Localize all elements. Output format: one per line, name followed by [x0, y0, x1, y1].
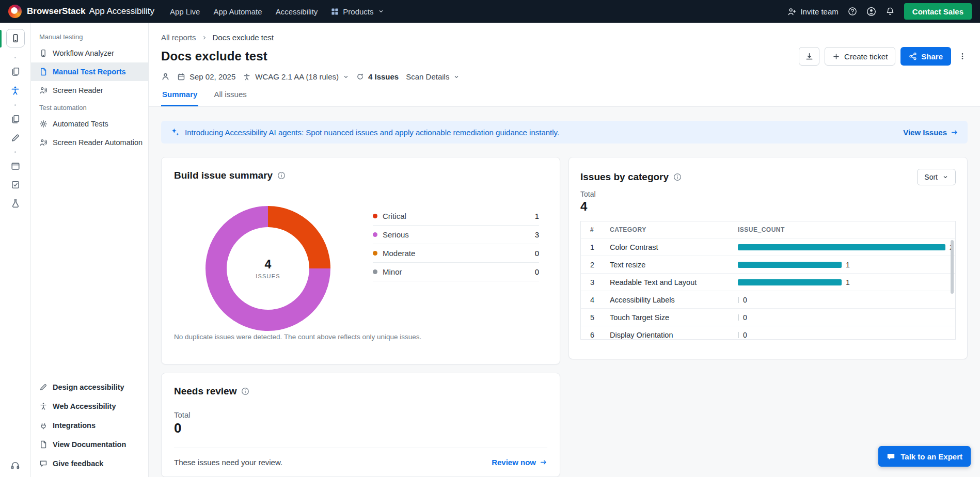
sidebar-item-integrations[interactable]: Integrations: [31, 416, 148, 435]
contact-sales-button[interactable]: Contact Sales: [904, 3, 972, 20]
sidebar-item-design-accessibility[interactable]: Design accessibility: [31, 377, 148, 396]
issue-count-bar: [738, 297, 739, 303]
flask-icon[interactable]: [11, 199, 20, 208]
info-icon[interactable]: [241, 387, 249, 395]
row-num: 5: [581, 313, 610, 322]
legend-label: Critical: [383, 212, 406, 220]
nav-app-live[interactable]: App Live: [170, 7, 200, 16]
pages-icon[interactable]: [11, 115, 20, 124]
sidebar-item-view-documentation[interactable]: View Documentation: [31, 435, 148, 454]
issue-count: 4 Issues: [356, 72, 399, 81]
category-total-value: 4: [580, 199, 956, 214]
sidebar-section-test-automation: Test automation: [31, 100, 148, 115]
sidebar-item-workflow-analyzer[interactable]: Workflow Analyzer: [31, 44, 148, 62]
scan-details-label: Scan Details: [406, 72, 449, 81]
browserstack-logo[interactable]: [8, 5, 22, 18]
review-now-link[interactable]: Review now: [492, 458, 547, 467]
card-title-row: Issues by category Sort: [580, 169, 956, 185]
mobile-device-icon[interactable]: [6, 29, 25, 47]
row-bar-cell: 2: [738, 243, 955, 251]
checklist-icon[interactable]: [11, 180, 20, 189]
brand-name: BrowserStack: [27, 6, 85, 17]
sidebar-item-label: Manual Test Reports: [53, 68, 126, 76]
report-owner: [161, 72, 170, 81]
legend-row-serious: Serious 3: [373, 226, 539, 244]
more-options-kebab-icon[interactable]: [957, 50, 968, 62]
wcag-standard-dropdown[interactable]: WCAG 2.1 AA (18 rules): [243, 72, 349, 81]
tab-summary[interactable]: Summary: [161, 90, 198, 106]
review-message: These issues need your review.: [174, 458, 282, 467]
documents-icon[interactable]: [11, 67, 20, 76]
sidebar-item-label: Web Accessibility: [53, 402, 116, 410]
sidebar-item-give-feedback[interactable]: Give feedback: [31, 454, 148, 473]
arrow-right-icon: [951, 129, 958, 136]
chevron-down-icon: [942, 174, 949, 180]
scan-details-dropdown[interactable]: Scan Details: [406, 72, 460, 81]
minor-dot: [373, 269, 377, 274]
chevron-down-icon: [453, 74, 460, 80]
sidebar-item-manual-test-reports[interactable]: Manual Test Reports: [31, 62, 148, 81]
legend-label: Minor: [383, 267, 402, 276]
category-table-header: # CATEGORY ISSUE_COUNT: [581, 221, 955, 238]
product-name: App Accessibility: [89, 6, 154, 17]
column-header-num: #: [581, 226, 610, 233]
invite-team-button[interactable]: Invite team: [787, 7, 838, 16]
issue-count-bar: [738, 314, 739, 321]
products-menu[interactable]: Products: [331, 7, 384, 16]
needs-review-title: Needs review: [174, 386, 236, 397]
sort-button[interactable]: Sort: [917, 169, 956, 185]
download-report-button[interactable]: [799, 47, 819, 66]
report-meta-row: Sep 02, 2025 WCAG 2.1 AA (18 rules) 4 Is…: [161, 72, 968, 81]
tab-all-issues[interactable]: All issues: [213, 90, 247, 106]
notifications-bell-icon[interactable]: [886, 7, 895, 16]
browser-window-icon[interactable]: [11, 162, 20, 171]
accessibility-person-icon[interactable]: [10, 86, 20, 96]
products-label: Products: [343, 7, 373, 16]
chevron-right-icon: [201, 35, 208, 41]
left-column: Build issue summary 4 ISSUES: [161, 157, 560, 477]
create-ticket-button[interactable]: Create ticket: [825, 47, 895, 66]
nav-app-automate[interactable]: App Automate: [213, 7, 262, 16]
legend-row-minor: Minor 0: [373, 263, 539, 281]
sidebar-item-screen-reader[interactable]: Screen Reader: [31, 81, 148, 100]
info-icon[interactable]: [277, 171, 286, 180]
donut-total-value: 4: [265, 258, 272, 272]
support-headphones-icon[interactable]: [10, 460, 20, 470]
sidebar-item-screen-reader-automation[interactable]: Screen Reader Automation: [31, 133, 148, 152]
design-pen-icon[interactable]: [11, 133, 20, 142]
profile-icon[interactable]: [866, 7, 876, 17]
share-button[interactable]: Share: [900, 47, 951, 66]
banner-message: Introducing Accessibility AI agents: Spo…: [185, 128, 559, 137]
issue-count-bar: [738, 279, 842, 285]
breadcrumb-all-reports[interactable]: All reports: [161, 33, 196, 42]
rail-separator-dot: [14, 104, 16, 106]
row-count: 0: [743, 331, 747, 339]
top-navbar: BrowserStack App Accessibility App Live …: [0, 0, 980, 23]
row-category: Touch Target Size: [610, 313, 738, 322]
sidebar-item-automated-tests[interactable]: Automated Tests: [31, 115, 148, 133]
category-total-label: Total: [580, 190, 956, 198]
nav-accessibility[interactable]: Accessibility: [276, 7, 318, 16]
view-issues-label: View Issues: [903, 128, 947, 137]
view-issues-link[interactable]: View Issues: [903, 128, 958, 137]
sidebar-item-web-accessibility[interactable]: Web Accessibility: [31, 396, 148, 416]
chevron-down-icon: [343, 74, 349, 80]
help-icon[interactable]: [848, 7, 857, 16]
talk-to-expert-button[interactable]: Talk to an Expert: [878, 446, 971, 467]
calendar-icon: [177, 73, 185, 81]
ai-agents-banner: Introducing Accessibility AI agents: Spo…: [161, 121, 968, 144]
info-icon[interactable]: [673, 173, 682, 181]
card-title-row: Build issue summary: [174, 170, 547, 181]
legend-label: Serious: [383, 230, 409, 239]
row-num: 2: [581, 261, 610, 269]
report-date-label: Sep 02, 2025: [189, 72, 235, 81]
summary-columns: Build issue summary 4 ISSUES: [161, 157, 968, 477]
person-plus-icon: [787, 7, 796, 16]
table-row: 1 Color Contrast 2: [581, 238, 955, 256]
share-label: Share: [921, 52, 943, 61]
table-scrollbar-thumb[interactable]: [951, 240, 954, 294]
review-now-label: Review now: [492, 458, 536, 467]
serious-dot: [373, 232, 377, 237]
sidebar-item-label: Give feedback: [53, 459, 103, 468]
page-title: Docs exclude test: [161, 49, 267, 63]
